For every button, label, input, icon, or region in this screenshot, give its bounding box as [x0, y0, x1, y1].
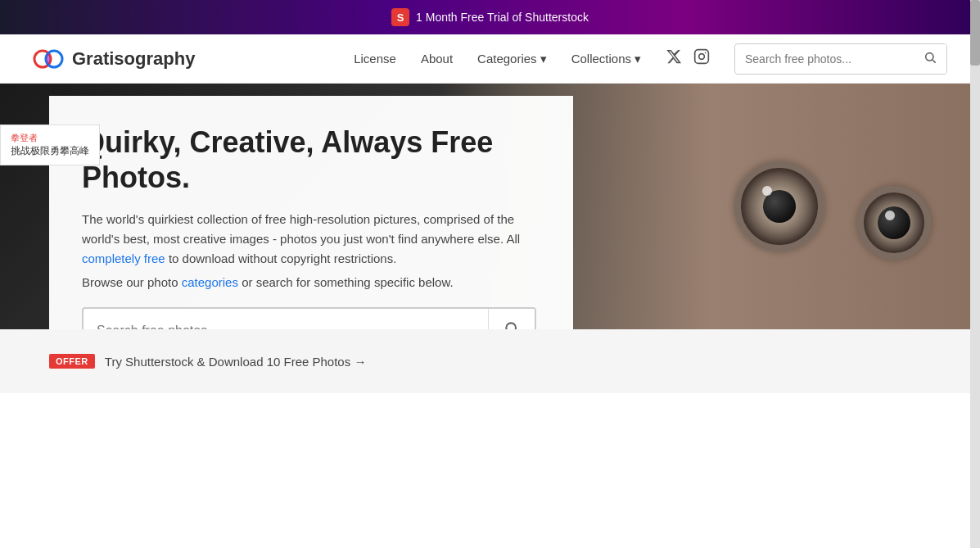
- nav-license[interactable]: License: [354, 52, 396, 66]
- svg-point-4: [705, 52, 707, 54]
- hero-browse-suffix: or search for something specific below.: [242, 275, 453, 289]
- logo-icon: [33, 43, 64, 75]
- main-search-bar: [82, 307, 536, 329]
- can-eye-2: [857, 186, 931, 260]
- popup-subtitle: 挑战极限勇攀高峰: [11, 144, 89, 158]
- main-search-input[interactable]: [84, 312, 488, 329]
- scrollbar-thumb[interactable]: [970, 0, 980, 66]
- hero-description: The world's quirkiest collection of free…: [82, 210, 536, 269]
- scrollbar[interactable]: [970, 0, 980, 393]
- offer-bar: OFFER Try Shutterstock & Download 10 Fre…: [49, 354, 931, 369]
- nav-social: [666, 48, 710, 69]
- hero-section: 拳登者 挑战极限勇攀高峰 Quirky, Creative, Always Fr…: [0, 84, 980, 329]
- header-search-bar: [734, 43, 947, 75]
- shutterstock-icon: S: [391, 8, 409, 26]
- svg-point-5: [926, 52, 933, 60]
- svg-point-7: [506, 324, 516, 329]
- logo[interactable]: Gratisography: [33, 43, 195, 75]
- svg-rect-2: [695, 50, 709, 64]
- popup-title: 拳登者: [11, 132, 89, 144]
- banner-text: 1 Month Free Trial of Shutterstock: [416, 11, 589, 24]
- offer-arrow-icon: →: [354, 355, 366, 369]
- hero-categories-link[interactable]: categories: [182, 275, 238, 289]
- top-banner[interactable]: S 1 Month Free Trial of Shutterstock: [0, 0, 980, 34]
- header-search-button[interactable]: [914, 44, 946, 74]
- collections-chevron-icon: ▾: [635, 52, 641, 66]
- hero-desc-text-2: to download without copyright restrictio…: [169, 251, 396, 265]
- popup-tooltip: 拳登者 挑战极限勇攀高峰: [0, 125, 100, 165]
- svg-line-6: [933, 60, 936, 63]
- logo-text: Gratisography: [72, 48, 195, 70]
- nav-collections-dropdown[interactable]: Collections ▾: [571, 52, 641, 66]
- svg-point-3: [699, 54, 705, 60]
- hero-content-card: Quirky, Creative, Always Free Photos. Th…: [49, 96, 573, 329]
- offer-link[interactable]: Try Shutterstock & Download 10 Free Phot…: [105, 355, 367, 369]
- nav-categories-dropdown[interactable]: Categories ▾: [477, 52, 547, 66]
- hero-title: Quirky, Creative, Always Free Photos.: [82, 125, 536, 195]
- hero-free-link[interactable]: completely free: [82, 251, 165, 265]
- below-hero: OFFER Try Shutterstock & Download 10 Fre…: [0, 329, 980, 393]
- nav-categories-label: Categories: [477, 52, 537, 66]
- categories-chevron-icon: ▾: [540, 52, 547, 66]
- hero-desc-text-1: The world's quirkiest collection of free…: [82, 212, 520, 246]
- offer-text: Try Shutterstock & Download 10 Free Phot…: [105, 355, 350, 369]
- header: Gratisography License About Categories ▾…: [0, 34, 980, 84]
- can-eye-1: [734, 161, 824, 251]
- offer-badge: OFFER: [49, 354, 95, 369]
- nav: License About Categories ▾ Collections ▾: [354, 43, 947, 75]
- hero-browse-prefix: Browse our photo: [82, 275, 182, 289]
- nav-collections-label: Collections: [571, 52, 631, 66]
- nav-about[interactable]: About: [421, 52, 453, 66]
- instagram-icon[interactable]: [693, 48, 710, 69]
- main-search-button[interactable]: [488, 309, 535, 329]
- header-search-input[interactable]: [735, 46, 914, 72]
- hero-browse-text: Browse our photo categories or search fo…: [82, 275, 536, 289]
- twitter-icon[interactable]: [666, 48, 682, 69]
